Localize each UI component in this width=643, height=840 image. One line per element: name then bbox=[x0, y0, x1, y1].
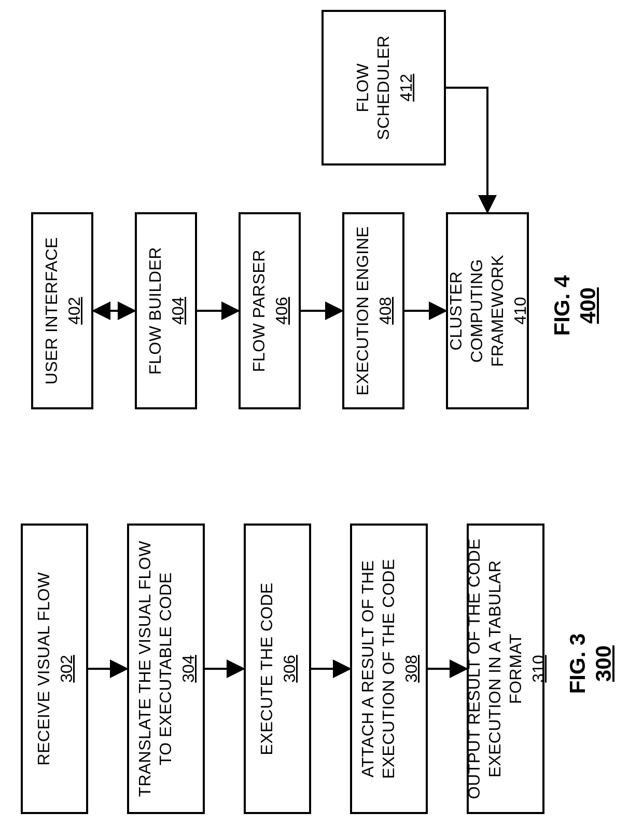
fig3-step1-ref: 302 bbox=[57, 655, 76, 682]
fig4-parser-ref: 406 bbox=[272, 297, 291, 324]
fig4-sched-title: FLOW SCHEDULER bbox=[352, 22, 394, 153]
fig3-step2-ref: 304 bbox=[179, 655, 198, 682]
fig3-step4-title: ATTACH A RESULT OF THE EXECUTION OF THE … bbox=[357, 536, 399, 802]
fig4-flow-builder: FLOW BUILDER 404 bbox=[135, 212, 197, 409]
fig4-engine-ref: 408 bbox=[376, 297, 395, 324]
fig3-step-attach: ATTACH A RESULT OF THE EXECUTION OF THE … bbox=[350, 524, 428, 814]
fig3-caption-ref: 300 bbox=[591, 617, 616, 710]
fig3-caption-text: FIG. 3 bbox=[565, 634, 590, 694]
fig3-step4-ref: 308 bbox=[402, 655, 421, 682]
fig3-step5-ref: 310 bbox=[529, 655, 548, 682]
fig3-step3-title: EXECUTE THE CODE bbox=[256, 583, 277, 755]
fig4-sched-ref: 412 bbox=[397, 74, 416, 101]
fig4-builder-title: FLOW BUILDER bbox=[145, 247, 165, 375]
fig4-arrow-scheduler-cluster bbox=[446, 88, 487, 212]
fig4-parser-title: FLOW PARSER bbox=[248, 250, 269, 372]
fig3-step3-ref: 306 bbox=[280, 655, 299, 682]
fig3-step-execute: EXECUTE THE CODE 306 bbox=[244, 524, 311, 814]
fig3-step5-title: OUTPUT RESULT OF THE CODE EXECUTION IN A… bbox=[464, 536, 526, 802]
fig4-flow-parser: FLOW PARSER 406 bbox=[239, 212, 301, 409]
fig4-caption-text: FIG. 4 bbox=[550, 276, 574, 336]
fig4-caption-ref: 400 bbox=[576, 259, 600, 352]
fig4-user-interface: USER INTERFACE 402 bbox=[31, 212, 93, 409]
fig3-step2-title: TRANSLATE THE VISUAL FLOW TO EXECUTABLE … bbox=[134, 536, 176, 802]
fig4-flow-scheduler: FLOW SCHEDULER 412 bbox=[322, 10, 446, 166]
fig3-step1-title: RECEIVE VISUAL FLOW bbox=[33, 572, 54, 766]
fig4-execution-engine: EXECUTION ENGINE 408 bbox=[342, 212, 404, 409]
fig4-ui-ref: 402 bbox=[65, 297, 84, 324]
fig3-step-receive: RECEIVE VISUAL FLOW 302 bbox=[21, 524, 88, 814]
fig4-cluster-title: CLUSTER COMPUTING FRAMEWORK bbox=[445, 225, 508, 397]
fig4-engine-title: EXECUTION ENGINE bbox=[352, 226, 373, 395]
figure4-caption-visible: FIG. 4 400 bbox=[550, 259, 600, 352]
fig4-cluster-framework: CLUSTER COMPUTING FRAMEWORK 410 bbox=[446, 212, 529, 409]
fig4-cluster-ref: 410 bbox=[511, 297, 530, 324]
fig4-builder-ref: 404 bbox=[169, 297, 188, 324]
figure3-caption-visible: FIG. 3 300 bbox=[565, 617, 616, 710]
fig3-step-translate: TRANSLATE THE VISUAL FLOW TO EXECUTABLE … bbox=[127, 524, 205, 814]
fig4-ui-title: USER INTERFACE bbox=[41, 237, 62, 384]
fig3-step-output: OUTPUT RESULT OF THE CODE EXECUTION IN A… bbox=[467, 524, 544, 814]
